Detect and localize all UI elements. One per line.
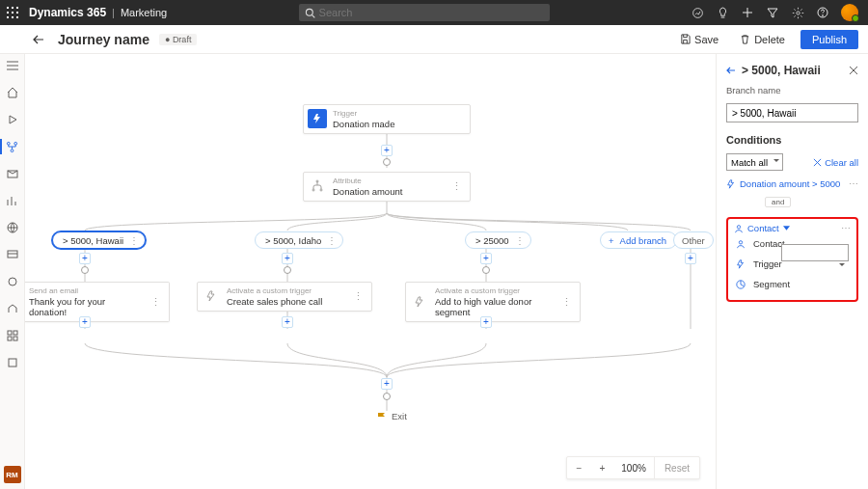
condition-row-1[interactable]: Donation amount > 5000 ⋯ [726,178,858,189]
nav-journeys-icon[interactable] [5,139,20,154]
svg-point-17 [823,15,824,16]
app-header: Dynamics 365 | Marketing [0,0,868,25]
zoom-reset-button[interactable]: Reset [654,457,699,478]
connector-dot [482,266,490,274]
branch-more-icon[interactable]: ⋮ [327,235,337,246]
svg-rect-5 [16,12,18,14]
filter-icon[interactable] [766,6,779,19]
condition-value-input[interactable] [781,244,849,261]
lightbulb-icon[interactable] [716,6,729,19]
node-more-icon[interactable]: ⋮ [145,296,161,309]
svg-line-10 [312,14,314,17]
nav-home-icon[interactable] [5,85,20,100]
add-step-button[interactable]: + [381,145,393,156]
zoom-out-button[interactable]: − [567,463,590,474]
action-node-3[interactable]: Activate a custom triggerAdd to high val… [405,282,581,322]
svg-point-15 [796,11,799,14]
avatar[interactable] [841,4,858,21]
svg-point-46 [320,189,322,191]
search-input[interactable] [315,7,544,18]
nav-item-4-icon[interactable] [5,166,20,181]
back-button[interactable] [29,30,48,49]
nav-item-7-icon[interactable] [5,247,20,262]
brand-sub: Marketing [121,7,167,18]
branch-pill-3[interactable]: > 25000⋮ [465,231,531,249]
add-step-button[interactable]: + [480,253,492,264]
add-branch-button[interactable]: + Add branch [600,231,677,249]
chevron-down-icon [837,263,845,271]
action-node-2[interactable]: Activate a custom triggerCreate sales ph… [197,282,372,312]
condition-more-icon[interactable]: ⋯ [841,223,851,233]
nav-recent-icon[interactable] [5,112,20,127]
add-step-button[interactable]: + [381,378,393,390]
nav-item-11-icon[interactable] [5,355,20,370]
waffle-icon[interactable] [0,7,25,18]
command-bar: Journey name ● Draft Save Delete Publish [0,25,868,54]
svg-rect-7 [12,16,14,18]
svg-rect-3 [7,12,9,14]
condition-type-dropdown[interactable]: Contact ⋯ [734,223,851,233]
attribute-node[interactable]: AttributeDonation amount ⋮ [303,172,471,202]
svg-point-9 [306,9,312,15]
delete-button[interactable]: Delete [734,31,791,48]
match-select[interactable]: Match all [726,153,783,171]
svg-point-45 [312,189,314,191]
persona-badge[interactable]: RM [4,466,21,483]
panel-title: > 5000, Hawaii [742,64,843,77]
node-more-icon[interactable]: ⋮ [347,290,364,303]
trigger-icon [736,259,747,269]
trigger-icon [308,109,327,128]
branch-pill-1[interactable]: > 5000, Hawaii⋮ [52,231,146,249]
properties-panel: > 5000, Hawaii Branch name Conditions Ma… [716,54,868,489]
delete-icon [740,34,750,44]
branch-other[interactable]: Other [673,231,714,249]
journey-canvas[interactable]: TriggerDonation made + AttributeDonation… [25,54,716,489]
nav-item-10-icon[interactable] [5,328,20,343]
add-step-button[interactable]: + [79,316,91,328]
settings-icon[interactable] [791,6,804,19]
add-step-button[interactable]: + [480,316,492,328]
nav-menu-icon[interactable] [5,58,20,73]
help-icon[interactable] [816,6,829,19]
zoom-in-button[interactable]: + [590,463,613,474]
action-node-1[interactable]: Send an emailThank you for your donation… [25,282,170,322]
branch-pill-2[interactable]: > 5000, Idaho⋮ [255,231,343,249]
add-step-button[interactable]: + [282,253,293,264]
node-more-icon[interactable]: ⋮ [556,296,572,309]
nav-item-8-icon[interactable] [5,274,20,289]
exit-node: Exit [377,411,407,421]
panel-close-button[interactable] [849,66,858,75]
connector-dot [383,393,391,400]
zoom-percent: 100% [613,463,654,474]
svg-point-28 [9,278,16,285]
search-box[interactable] [299,4,550,21]
page-title: Journey name [58,32,149,47]
condition-more-icon[interactable]: ⋯ [849,178,858,189]
branch-more-icon[interactable]: ⋮ [515,235,525,246]
panel-back-button[interactable] [726,66,736,75]
branch-name-input[interactable] [726,103,858,122]
assistant-icon[interactable] [691,6,704,19]
nav-item-5-icon[interactable] [5,193,20,208]
svg-rect-8 [16,16,18,18]
svg-rect-6 [7,16,9,18]
branch-more-icon[interactable]: ⋮ [129,235,139,246]
add-step-button[interactable]: + [282,316,293,328]
add-step-button[interactable]: + [79,253,91,264]
add-icon[interactable] [741,6,754,19]
brand-name: Dynamics 365 [25,6,106,19]
nav-item-9-icon[interactable] [5,301,20,316]
trigger-node[interactable]: TriggerDonation made [303,104,471,134]
add-step-button[interactable]: + [685,253,696,264]
node-more-icon[interactable]: ⋮ [446,180,462,193]
publish-button[interactable]: Publish [800,30,858,49]
contact-icon [736,239,747,249]
trigger-small-icon [726,179,736,189]
nav-item-6-icon[interactable] [5,220,20,235]
save-button[interactable]: Save [674,31,724,48]
brand-separator: | [106,7,121,18]
clear-all-button[interactable]: Clear all [813,157,858,168]
menu-item-segment[interactable]: Segment [734,274,851,294]
connector-dot [383,158,391,166]
contact-icon [734,224,744,233]
